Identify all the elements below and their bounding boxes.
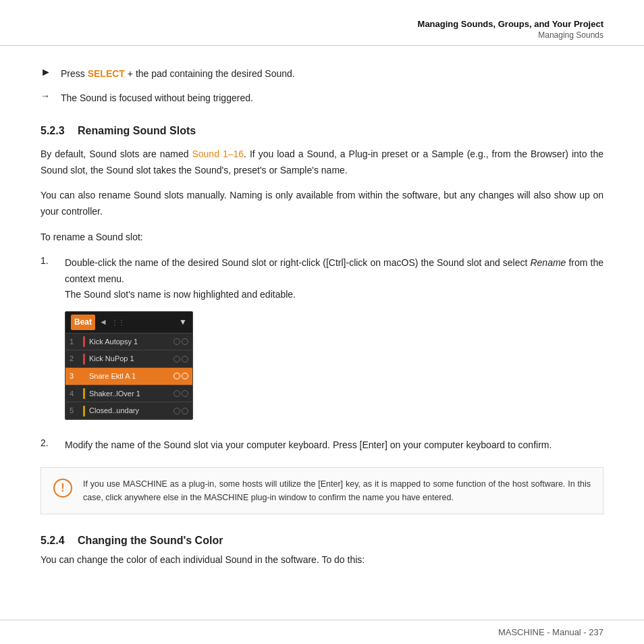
- sw-header: Beat ◄ ⋮⋮ ▼: [65, 312, 192, 332]
- bullet-result-arrow: →: [41, 90, 51, 101]
- sw-row-2: 2 Kick NuPop 1: [65, 350, 192, 367]
- bullet-result: → The Sound is focused without being tri…: [41, 90, 603, 105]
- sw-row-5: 5 Closed..undary: [65, 402, 192, 419]
- section-523-number: 5.2.3: [41, 125, 65, 136]
- header-subtitle: Managing Sounds: [41, 30, 603, 40]
- note-box: ! If you use MASCHINE as a plug-in, some…: [41, 467, 603, 514]
- sw-icons-5: [173, 408, 188, 414]
- sw-icon-circle-a1: [173, 338, 180, 345]
- step-1: 1. Double-click the name of the desired …: [41, 255, 603, 428]
- bullet-arrow-icon: ►: [41, 66, 51, 78]
- page-footer: MASCHINE - Manual - 237: [0, 620, 644, 644]
- sw-beat-title: Beat: [71, 315, 95, 329]
- footer-text: MASCHINE - Manual - 237: [498, 627, 603, 637]
- sw-num-5: 5: [70, 404, 80, 417]
- section-523-title: Renaming Sound Slots: [78, 125, 196, 136]
- sw-icons-3: [173, 373, 188, 379]
- rename-keyword: Rename: [530, 257, 566, 268]
- page: Managing Sounds, Groups, and Your Projec…: [0, 0, 644, 644]
- sw-color-1: [83, 336, 85, 347]
- sw-icons-2: [173, 356, 188, 363]
- sw-icon-circle-b1: [182, 338, 188, 345]
- sw-num-1: 1: [70, 336, 80, 348]
- sw-icon-circle-b4: [182, 390, 188, 397]
- sw-dropdown-icon: ▼: [179, 315, 187, 329]
- sound-widget: Beat ◄ ⋮⋮ ▼ 1 Kick Autopsy 1: [65, 311, 193, 420]
- sw-icons-1: [173, 338, 188, 345]
- step-1-number: 1.: [41, 255, 65, 428]
- sw-grid-icon: ⋮⋮: [111, 317, 125, 328]
- section-524-para1: You can change the color of each individ…: [41, 552, 603, 568]
- sw-num-2: 2: [70, 352, 80, 365]
- section-523-para1: By default, Sound slots are named Sound …: [41, 146, 603, 179]
- section-524-heading: 5.2.4 Changing the Sound's Color: [41, 535, 603, 547]
- note-icon: !: [53, 479, 72, 498]
- sw-color-4: [83, 388, 85, 399]
- page-header: Managing Sounds, Groups, and Your Projec…: [0, 0, 644, 46]
- sw-row-1: 1 Kick Autopsy 1: [65, 333, 192, 350]
- sw-name-3: Snare Ektl A 1: [89, 370, 173, 383]
- sw-num-3: 3: [70, 370, 80, 383]
- sw-name-2: Kick NuPop 1: [89, 352, 173, 365]
- sw-color-5: [83, 406, 85, 417]
- sw-icon-circle-b3: [182, 373, 188, 379]
- step-1-content: Double-click the name of the desired Sou…: [65, 255, 603, 428]
- section-524-title: Changing the Sound's Color: [78, 535, 223, 546]
- section-523-para3: To rename a Sound slot:: [41, 230, 603, 246]
- sw-icon-circle-a5: [173, 408, 180, 414]
- step-2-number: 2.: [41, 437, 65, 454]
- sw-icons-4: [173, 390, 188, 397]
- sw-name-4: Shaker..lOver 1: [89, 387, 173, 400]
- step-2: 2. Modify the name of the Sound slot via…: [41, 437, 603, 454]
- bullet-result-text: The Sound is focused without being trigg…: [61, 90, 253, 105]
- sw-row-4: 4 Shaker..lOver 1: [65, 385, 192, 402]
- sw-icon-circle-b2: [182, 356, 188, 363]
- sw-num-4: 4: [70, 387, 80, 400]
- sw-color-2: [83, 354, 85, 365]
- select-keyword: SELECT: [88, 68, 125, 79]
- main-content: ► Press SELECT + the pad containing the …: [0, 46, 644, 598]
- bullet-select-text: Press SELECT + the pad containing the de…: [61, 66, 295, 81]
- sw-icon-circle-a4: [173, 390, 180, 397]
- section-523-heading: 5.2.3 Renaming Sound Slots: [41, 125, 603, 137]
- sw-icon-circle-a2: [173, 356, 180, 363]
- sw-speaker-icon: ◄: [99, 315, 107, 329]
- sw-color-3: [83, 371, 85, 381]
- sound-range-highlight: Sound 1–16: [192, 149, 244, 159]
- sw-row-3: 3 Snare Ektl A 1: [65, 367, 192, 385]
- header-title: Managing Sounds, Groups, and Your Projec…: [41, 19, 603, 29]
- note-text: If you use MASCHINE as a plug-in, some h…: [83, 477, 591, 504]
- sw-icon-circle-a3: [173, 373, 180, 379]
- section-524-number: 5.2.4: [41, 535, 65, 546]
- sw-name-1: Kick Autopsy 1: [89, 336, 173, 348]
- sw-icon-circle-b5: [182, 408, 188, 414]
- bullet-select: ► Press SELECT + the pad containing the …: [41, 66, 603, 81]
- section-523-para2: You can also rename Sound slots manually…: [41, 188, 603, 220]
- step-2-content: Modify the name of the Sound slot via yo…: [65, 437, 603, 454]
- sw-header-left: Beat ◄ ⋮⋮: [71, 315, 125, 329]
- sw-name-5: Closed..undary: [89, 404, 173, 417]
